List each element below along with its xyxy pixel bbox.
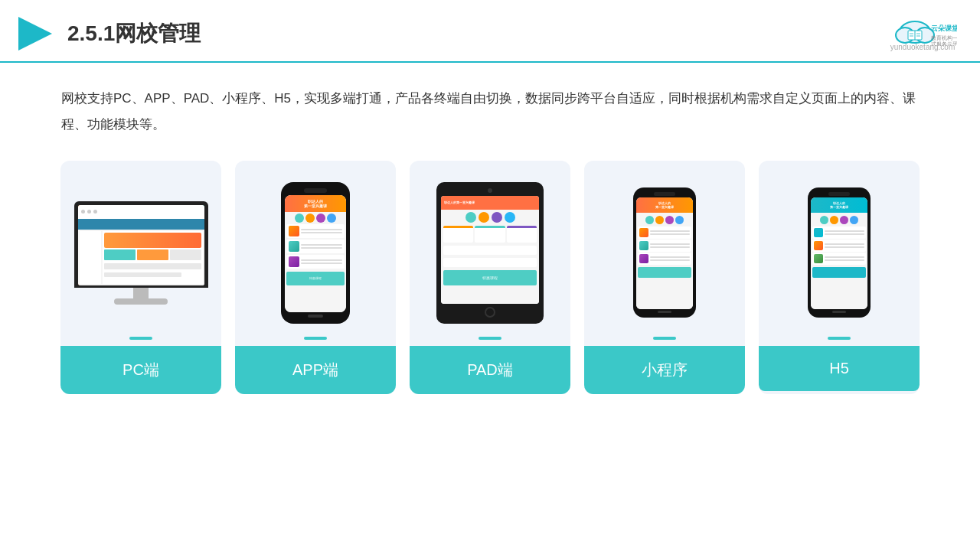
- tablet-mockup: 职达人的第一堂兴趣课: [436, 182, 544, 324]
- card-miniapp-label: 小程序: [584, 346, 745, 394]
- tablet-home-btn: [485, 307, 495, 318]
- pc-badge-strip: [129, 337, 152, 340]
- phone-notch: [304, 188, 327, 193]
- card-h5: 职达人的第一堂兴趣课: [759, 161, 920, 394]
- logo-icon: 云朵课堂 教育机构一站 式服务云平台: [888, 17, 957, 46]
- svg-marker-0: [18, 17, 52, 51]
- card-miniapp-image: 职达人的第一堂兴趣课: [584, 161, 745, 337]
- card-h5-label: H5: [759, 346, 920, 391]
- card-app-label: APP端: [235, 346, 396, 394]
- svg-text:教育机构一站: 教育机构一站: [931, 34, 957, 41]
- logo-url: yunduoketang.com: [890, 43, 956, 51]
- card-pad-label: PAD端: [410, 346, 570, 394]
- miniapp-badge-strip: [653, 337, 676, 340]
- card-pc: PC端: [60, 161, 221, 394]
- header: 2.5.1网校管理 云朵课堂 教育机构一站 式服务云平台 yunduoketan…: [0, 0, 980, 63]
- phone-mockup-app: 职达人的第一堂兴趣课: [281, 182, 350, 324]
- phone-mini-home-2: [832, 311, 846, 313]
- phone-mini-home-1: [658, 311, 671, 313]
- main-content: 网校支持PC、APP、PAD、小程序、H5，实现多端打通，产品各终端自由切换，数…: [0, 63, 980, 409]
- card-miniapp: 职达人的第一堂兴趣课: [584, 161, 745, 394]
- phone-mini-mockup-2: 职达人的第一堂兴趣课: [808, 187, 871, 318]
- phone-screen-app: 职达人的第一堂兴趣课: [285, 195, 346, 312]
- description-text: 网校支持PC、APP、PAD、小程序、H5，实现多端打通，产品各终端自由切换，数…: [61, 86, 919, 138]
- play-icon: [15, 14, 55, 54]
- h5-badge-strip: [828, 337, 851, 340]
- phone-home-btn: [308, 315, 323, 318]
- header-left: 2.5.1网校管理: [15, 14, 201, 54]
- card-pc-image: [60, 161, 221, 337]
- logo-area: 云朵课堂 教育机构一站 式服务云平台 yunduoketang.com: [888, 17, 957, 51]
- card-app: 职达人的第一堂兴趣课: [235, 161, 396, 394]
- app-badge-strip: [304, 337, 327, 340]
- cards-container: PC端 职达人的第一堂兴趣课: [61, 161, 919, 394]
- card-pc-label: PC端: [60, 346, 221, 394]
- monitor-mockup: [72, 201, 210, 305]
- card-h5-image: 职达人的第一堂兴趣课: [759, 161, 920, 337]
- card-pad: 职达人的第一堂兴趣课: [410, 161, 570, 394]
- phone-header-app: 职达人的第一堂兴趣课: [285, 195, 346, 212]
- svg-text:云朵课堂: 云朵课堂: [931, 24, 957, 32]
- card-app-image: 职达人的第一堂兴趣课: [235, 161, 396, 337]
- pad-badge-strip: [479, 337, 501, 340]
- card-pad-image: 职达人的第一堂兴趣课: [410, 161, 570, 337]
- page-title: 2.5.1网校管理: [67, 19, 201, 48]
- phone-mini-mockup-1: 职达人的第一堂兴趣课: [633, 187, 696, 318]
